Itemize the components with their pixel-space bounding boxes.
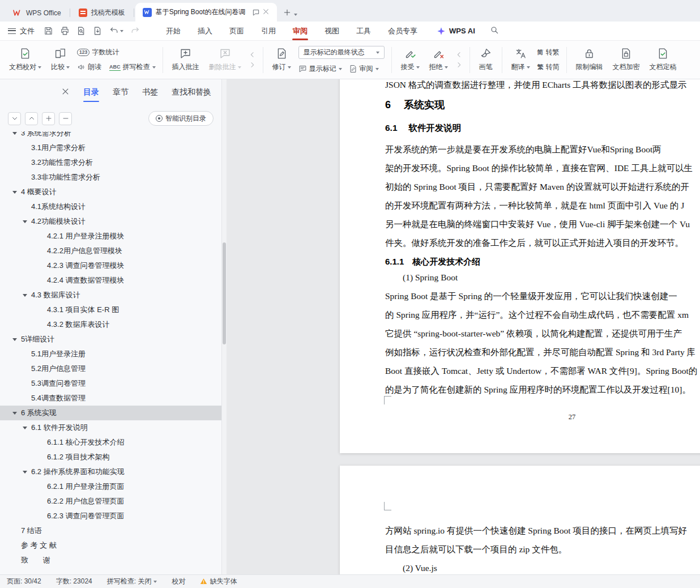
word-count-indicator[interactable]: 字数: 23024 — [56, 577, 92, 586]
toc-expand-icon[interactable] — [39, 456, 47, 459]
toc-expand-icon[interactable] — [23, 147, 31, 150]
sidebar-tab[interactable]: 查找和替换 — [172, 79, 211, 105]
restrict-editing-button[interactable]: 限制编辑 — [574, 48, 605, 72]
tab-close-icon[interactable] — [262, 8, 270, 17]
toc-expand-icon[interactable] — [12, 338, 21, 341]
toc-item[interactable]: 3 系统需求分析 — [0, 131, 221, 140]
toc-item[interactable]: 致 谢 — [0, 553, 221, 568]
sidebar-tab[interactable]: 书签 — [142, 79, 158, 105]
toc-expand-icon[interactable] — [39, 250, 47, 253]
toc-expand-icon[interactable] — [39, 515, 47, 518]
toc-expand-icon[interactable] — [39, 265, 47, 267]
page-indicator[interactable]: 页面: 30/42 — [7, 577, 41, 586]
toc-expand-icon[interactable] — [12, 132, 21, 135]
spell-check-button[interactable]: ABC 拼写检查 — [109, 62, 156, 72]
file-menu-button[interactable]: 文件 — [8, 26, 35, 36]
toc-expand-icon[interactable] — [12, 191, 21, 194]
toc-item[interactable]: 6.1.2 项目技术架构 — [0, 450, 221, 465]
proofing-button[interactable]: 校对 — [172, 577, 185, 586]
toc-item[interactable]: 5.3调查问卷管理 — [0, 376, 221, 391]
toc-item[interactable]: 6.1 软件开发说明 — [0, 420, 221, 435]
toc-item[interactable]: 6.2.3 调查问卷管理页面 — [0, 509, 221, 523]
tab-list-chevron-icon[interactable] — [294, 14, 297, 16]
accept-change-button[interactable]: 接受 — [399, 48, 422, 72]
ribbon-menu-tab[interactable]: 视图 — [325, 22, 339, 40]
document-page-1[interactable]: JSON 格式的调查数据进行整理，并使用 ECharts 工具将数据以图表的形式… — [340, 79, 700, 453]
toc-item[interactable]: 参 考 文 献 — [0, 538, 221, 553]
compare-button[interactable]: 比较 — [49, 48, 72, 72]
toc-item[interactable]: 6 系统实现 — [0, 406, 221, 420]
sidebar-tab[interactable]: 目录 — [83, 79, 99, 105]
reject-change-button[interactable]: 拒绝 — [427, 48, 450, 72]
document-page-2[interactable]: 方网站 spring.io 有提供一个快速创建 Spring Boot 项目的接… — [340, 466, 700, 574]
ribbon-menu-tab[interactable]: 页面 — [229, 22, 244, 40]
finalize-document-button[interactable]: 文档定稿 — [647, 48, 679, 72]
toc-item[interactable]: 4.2.2用户信息管理模块 — [0, 244, 221, 258]
toc-item[interactable]: 3.1用户需求分析 — [0, 140, 221, 155]
print-preview-button[interactable] — [76, 26, 86, 36]
ribbon-menu-tab[interactable]: 开始 — [166, 22, 181, 40]
toc-expand-icon[interactable] — [12, 412, 21, 415]
toc-expand-icon[interactable] — [23, 294, 31, 297]
toc-item[interactable]: 4.2功能模块设计 — [0, 214, 221, 229]
toc-expand-icon[interactable] — [12, 544, 21, 547]
toc-expand-icon[interactable] — [39, 441, 47, 444]
toc-item[interactable]: 6.2 操作系统界面和功能实现 — [0, 465, 221, 479]
toc-item[interactable]: 5.2用户信息管理 — [0, 361, 221, 376]
toc-expand-icon[interactable] — [23, 427, 31, 429]
undo-button[interactable] — [109, 26, 123, 36]
tab-template-store[interactable]: 找稿壳模板 — [71, 4, 133, 22]
new-tab-button[interactable] — [280, 6, 294, 19]
toc-expand-icon[interactable] — [23, 206, 31, 208]
tab-document[interactable]: 基于Spring Boot的在线问卷调 — [135, 3, 277, 22]
toc-item[interactable]: 7 结语 — [0, 523, 221, 538]
next-comment-icon[interactable] — [249, 61, 256, 69]
track-changes-button[interactable]: 修订 — [270, 48, 293, 72]
delete-comment-button[interactable]: 删除批注 — [207, 48, 244, 72]
ribbon-menu-tab[interactable]: 审阅 — [293, 22, 308, 40]
missing-font-warning[interactable]: 缺失字体 — [200, 577, 237, 586]
toc-expand-icon[interactable] — [23, 176, 31, 179]
close-sidebar-icon[interactable] — [61, 87, 70, 97]
redo-button[interactable] — [130, 26, 140, 36]
ink-pen-button[interactable]: 画笔 — [477, 48, 495, 72]
toc-expand-icon[interactable] — [39, 500, 47, 503]
toc-item[interactable]: 5详细设计 — [0, 332, 221, 347]
toc-expand-icon[interactable] — [39, 323, 47, 326]
expand-all-button[interactable] — [25, 112, 38, 125]
increase-level-button[interactable] — [42, 112, 55, 125]
toc-expand-icon[interactable] — [23, 368, 31, 370]
toc-item[interactable]: 5.1用户登录注册 — [0, 347, 221, 361]
toc-item[interactable]: 4.3.2 数据库表设计 — [0, 317, 221, 332]
toc-item[interactable]: 6.2.1 用户登录注册页面 — [0, 479, 221, 494]
previous-change-icon[interactable] — [455, 51, 463, 58]
toc-expand-icon[interactable] — [23, 397, 31, 400]
toc-item[interactable]: 4.3 数据库设计 — [0, 288, 221, 302]
sidebar-tab[interactable]: 章节 — [113, 79, 129, 105]
decrease-level-button[interactable] — [59, 112, 72, 125]
export-pdf-button[interactable] — [93, 26, 103, 36]
simplified-to-traditional-button[interactable]: 简 转繁 — [537, 48, 560, 57]
tab-wps-home[interactable]: WPS Office — [5, 4, 69, 22]
toc-item[interactable]: 4.2.3 调查问卷管理模块 — [0, 258, 221, 273]
next-change-icon[interactable] — [455, 61, 463, 69]
toc-expand-icon[interactable] — [39, 485, 47, 488]
toc-expand-icon[interactable] — [12, 530, 21, 532]
collapse-all-button[interactable] — [8, 112, 21, 125]
document-canvas[interactable]: H₁ JSON 格式的调查数据进行整理，并使用 ECharts 工具将数据以图表… — [227, 79, 700, 574]
doc-proofing-button[interactable]: 文档校对 — [7, 48, 44, 72]
toc-item[interactable]: 4.2.1 用户登录注册模块 — [0, 229, 221, 244]
reviewing-pane-button[interactable]: 审阅 — [349, 64, 379, 74]
toc-item[interactable]: 3.2功能性需求分析 — [0, 155, 221, 170]
toc-item[interactable]: 3.3非功能性需求分析 — [0, 170, 221, 185]
ribbon-menu-tab[interactable]: 工具 — [356, 22, 371, 40]
search-icon[interactable] — [490, 25, 499, 36]
markup-state-select[interactable]: 显示标记的最终状态 — [298, 46, 385, 59]
insert-comment-button[interactable]: 插入批注 — [170, 48, 202, 72]
toc-expand-icon[interactable] — [39, 279, 47, 282]
toc-expand-icon[interactable] — [23, 353, 31, 356]
toc-item[interactable]: 6.1.1 核心开发技术介绍 — [0, 435, 221, 450]
toc-item[interactable]: 6.2.2 用户信息管理页面 — [0, 494, 221, 509]
traditional-to-simplified-button[interactable]: 繁 转简 — [537, 62, 560, 72]
wps-ai-button[interactable]: WPS AI — [437, 27, 475, 36]
